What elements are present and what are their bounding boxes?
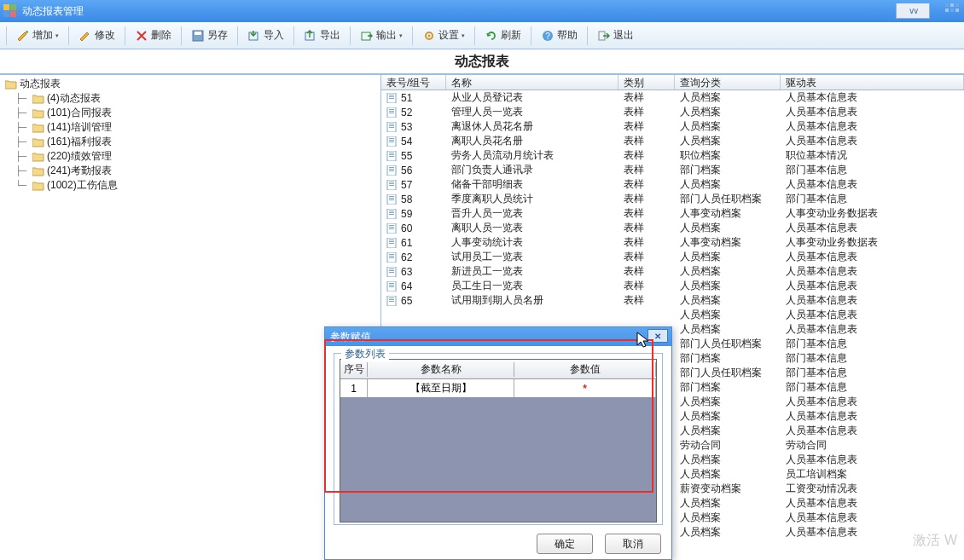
tree-item[interactable]: ├─(141)培训管理 <box>0 120 380 135</box>
import-icon <box>247 29 261 43</box>
svg-rect-8 <box>950 9 954 12</box>
document-icon <box>386 209 398 219</box>
table-row[interactable]: 58季度离职人员统计表样部门人员任职档案部门基本信息 <box>381 192 964 206</box>
refresh-icon <box>485 29 498 43</box>
import-button[interactable]: 导入 <box>241 25 290 46</box>
table-row[interactable]: 53离退休人员花名册表样人员档案人员基本信息表 <box>381 119 964 134</box>
chevron-down-icon[interactable]: ∨∨ <box>896 3 930 19</box>
saveas-button[interactable]: 另存 <box>185 25 234 46</box>
document-icon <box>386 252 398 263</box>
svg-point-17 <box>428 34 431 37</box>
param-dialog: 参数赋值 ✕ 参数列表 序号 参数名称 参数值 1 【截至日期】 * 确定 取消 <box>324 326 672 560</box>
svg-rect-31 <box>389 125 394 126</box>
saveas-icon <box>191 29 205 43</box>
tree-item[interactable]: ├─(4)动态报表 <box>0 91 380 106</box>
param-header: 序号 参数名称 参数值 <box>340 360 656 378</box>
param-table: 序号 参数名称 参数值 1 【截至日期】 * <box>340 359 657 522</box>
svg-rect-28 <box>389 113 394 113</box>
dialog-close-button[interactable]: ✕ <box>648 329 668 343</box>
table-row[interactable]: 64员工生日一览表表样人员档案人员基本信息表 <box>381 279 964 293</box>
table-row[interactable]: 61人事变动统计表表样人事变动档案人事变动业务数据表 <box>381 235 964 250</box>
svg-rect-62 <box>389 240 394 240</box>
col-header-id[interactable]: 表号/组号 <box>381 75 446 89</box>
add-icon <box>16 29 30 43</box>
svg-rect-44 <box>389 170 394 171</box>
svg-rect-51 <box>389 198 394 199</box>
svg-rect-70 <box>389 268 394 269</box>
help-button[interactable]: ? 帮助 <box>535 25 584 46</box>
svg-rect-50 <box>389 196 394 197</box>
svg-rect-79 <box>389 299 394 300</box>
table-row[interactable]: 54离职人员花名册表样人员档案人员基本信息表 <box>381 134 964 148</box>
table-row[interactable]: 63新进员工一览表表样人员档案人员基本信息表 <box>381 264 964 279</box>
edit-button[interactable]: 修改 <box>73 25 121 46</box>
col-header-type[interactable]: 类别 <box>618 75 675 89</box>
tree-item[interactable]: └─(1002)工伤信息 <box>0 178 380 193</box>
svg-rect-64 <box>389 243 394 244</box>
table-row[interactable]: 60离职人员一览表表样人员档案人员基本信息表 <box>381 221 964 235</box>
svg-rect-75 <box>389 285 394 286</box>
table-row[interactable]: 55劳务人员流动月统计表表样职位档案职位基本情况 <box>381 148 964 163</box>
svg-rect-78 <box>389 297 394 298</box>
ok-button[interactable]: 确定 <box>537 534 593 554</box>
settings-button[interactable]: 设置 ▾ <box>416 25 471 46</box>
cancel-button[interactable]: 取消 <box>605 534 661 554</box>
tree-item[interactable]: ├─(220)绩效管理 <box>0 149 380 164</box>
folder-open-icon <box>5 79 17 89</box>
svg-rect-76 <box>389 286 394 287</box>
svg-rect-2 <box>3 11 9 17</box>
output-button[interactable]: 输出 ▾ <box>354 25 409 46</box>
document-icon <box>386 281 398 292</box>
param-col-name: 参数名称 <box>368 362 514 377</box>
document-icon <box>386 238 398 248</box>
document-icon <box>386 267 398 277</box>
refresh-button[interactable]: 刷新 <box>479 25 527 46</box>
param-empty-area <box>340 397 656 522</box>
table-row[interactable]: 62试用员工一览表表样人员档案人员基本信息表 <box>381 250 964 264</box>
windows-watermark: 激活 W <box>913 532 957 550</box>
svg-rect-35 <box>389 140 394 141</box>
svg-rect-5 <box>950 3 954 7</box>
table-row[interactable]: 65试用期到期人员名册表样人员档案人员基本信息表 <box>381 293 964 308</box>
table-row[interactable]: 52管理人员一览表表样人员档案人员基本信息表 <box>381 105 964 119</box>
col-header-query[interactable]: 查询分类 <box>675 75 781 89</box>
document-icon <box>386 296 398 306</box>
svg-rect-24 <box>389 98 394 99</box>
table-row[interactable]: 人员档案人员基本信息表 <box>381 308 964 322</box>
table-row[interactable]: 56部门负责人通讯录表样部门档案部门基本信息 <box>381 163 964 177</box>
dialog-titlebar: 参数赋值 ✕ <box>325 327 671 346</box>
svg-rect-34 <box>389 138 394 139</box>
folder-icon <box>32 108 44 118</box>
table-row[interactable]: 51从业人员登记表表样人员档案人员基本信息表 <box>381 90 964 105</box>
add-button[interactable]: 增加 ▾ <box>10 25 65 46</box>
tree-root[interactable]: 动态报表 <box>0 77 380 91</box>
grid-header: 表号/组号 名称 类别 查询分类 驱动表 <box>381 75 964 90</box>
delete-icon <box>135 29 148 43</box>
export-button[interactable]: 导出 <box>298 25 346 46</box>
svg-rect-40 <box>389 156 394 157</box>
gear-icon <box>422 29 436 43</box>
delete-button[interactable]: 删除 <box>129 25 177 46</box>
tree-item[interactable]: ├─(161)福利报表 <box>0 135 380 149</box>
app-icon <box>3 4 17 18</box>
exit-icon <box>597 29 611 43</box>
svg-rect-9 <box>955 9 959 12</box>
svg-rect-63 <box>389 241 394 242</box>
svg-rect-27 <box>389 111 394 112</box>
folder-icon <box>32 123 44 133</box>
titlebar-right-icon: ∨∨ <box>896 0 930 22</box>
table-row[interactable]: 57储备干部明细表表样人员档案人员基本信息表 <box>381 177 964 192</box>
tree-item[interactable]: ├─(101)合同报表 <box>0 106 380 120</box>
exit-button[interactable]: 退出 <box>591 25 640 46</box>
svg-rect-54 <box>389 211 394 211</box>
param-seq: 1 <box>340 379 368 397</box>
col-header-drive[interactable]: 驱动表 <box>781 75 964 89</box>
document-icon <box>386 223 398 234</box>
col-header-name[interactable]: 名称 <box>446 75 618 89</box>
param-value-cell[interactable]: * <box>514 379 656 397</box>
tree-item[interactable]: ├─(241)考勤报表 <box>0 164 380 178</box>
table-row[interactable]: 59晋升人员一览表表样人事变动档案人事变动业务数据表 <box>381 206 964 221</box>
svg-rect-6 <box>955 3 959 7</box>
help-icon: ? <box>541 29 555 43</box>
param-row[interactable]: 1 【截至日期】 * <box>340 378 656 397</box>
